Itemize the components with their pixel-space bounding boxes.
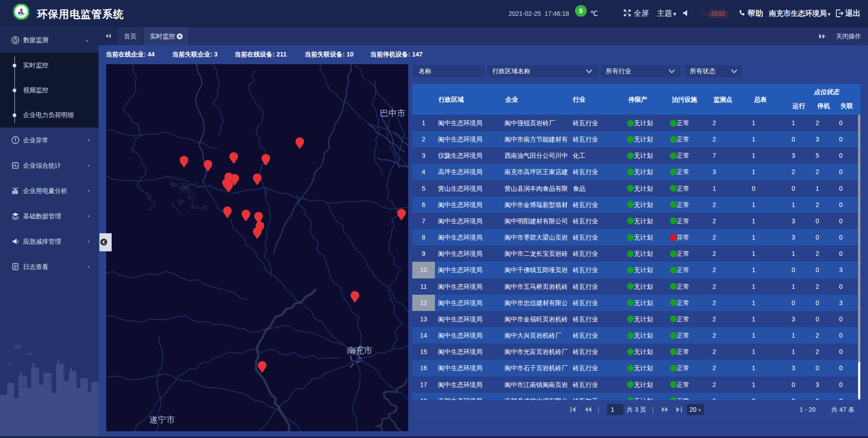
svg-text:南充市: 南充市 <box>347 346 373 355</box>
svg-text:遂宁市: 遂宁市 <box>149 415 175 424</box>
svg-text:巴中市: 巴中市 <box>380 108 406 118</box>
